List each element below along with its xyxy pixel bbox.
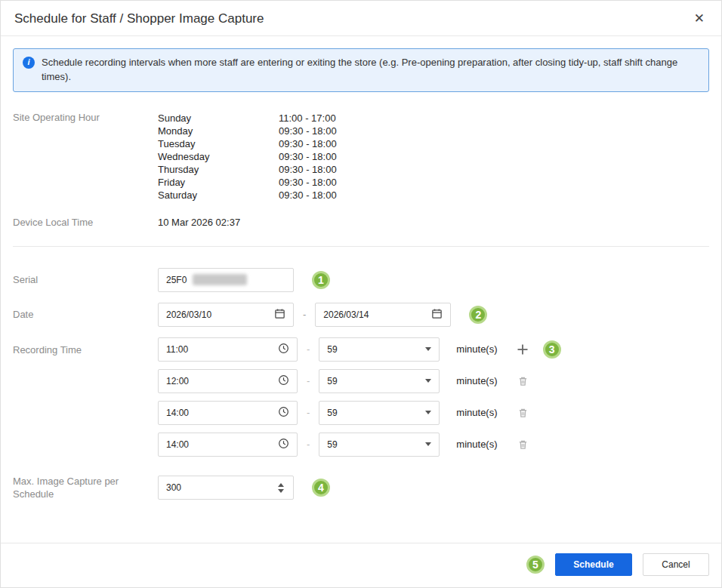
schedule-dialog: Schedule for Staff / Shopper Image Captu… (0, 0, 722, 588)
recording-start-value: 11:00 (166, 344, 188, 355)
recording-time-list: 11:00 - 59 minute(s) (158, 337, 561, 457)
chevron-down-icon (425, 347, 431, 351)
recording-start-input[interactable]: 11:00 (158, 337, 298, 362)
minutes-unit-label: minute(s) (456, 439, 497, 450)
stepper-down-icon[interactable] (278, 489, 284, 493)
minutes-unit-label: minute(s) (456, 343, 497, 355)
date-row: Date 2026/03/10 - 2026/03/14 (13, 303, 709, 327)
operating-hours-label: Site Operating Hour (13, 112, 158, 123)
duration-select[interactable]: 59 (319, 337, 440, 362)
max-capture-value: 300 (166, 482, 181, 493)
recording-separator: - (307, 439, 310, 450)
clock-icon[interactable] (278, 374, 289, 388)
date-end-input[interactable]: 2026/03/14 (315, 303, 451, 327)
operating-hours-list: Sunday 11:00 - 17:00 Monday 09:30 - 18:0… (158, 112, 337, 202)
delete-recording-button[interactable] (517, 439, 529, 451)
day-label: Sunday (158, 112, 279, 125)
chevron-down-icon (425, 411, 431, 414)
recording-time-entry: 12:00 - 59 minute(s) (158, 369, 561, 393)
delete-recording-button[interactable] (517, 407, 529, 419)
dialog-footer: 5 Schedule Cancel (1, 543, 721, 587)
duration-value: 59 (327, 439, 337, 450)
device-local-time-label: Device Local Time (13, 217, 158, 228)
duration-value: 59 (327, 408, 337, 418)
info-icon: i (23, 57, 35, 69)
operating-hours-row: Tuesday 09:30 - 18:00 (158, 137, 337, 150)
recording-time-entry: 14:00 - 59 minute(s) (158, 401, 561, 425)
step-badge-5: 5 (526, 556, 545, 574)
info-banner-text: Schedule recording intervals when more s… (42, 56, 698, 85)
duration-select[interactable]: 59 (319, 433, 440, 457)
max-capture-input[interactable]: 300 (158, 476, 294, 500)
serial-row: Serial 25F0 1 (13, 268, 709, 292)
day-hours: 09:30 - 18:00 (279, 176, 337, 189)
step-badge-2: 2 (469, 306, 487, 324)
calendar-icon[interactable] (431, 308, 443, 322)
serial-input[interactable]: 25F0 (158, 268, 294, 292)
add-recording-button[interactable] (517, 344, 528, 355)
chevron-down-icon (425, 379, 431, 383)
dialog-title: Schedule for Staff / Shopper Image Captu… (14, 11, 264, 26)
day-hours: 09:30 - 18:00 (279, 137, 337, 150)
day-label: Saturday (158, 189, 279, 202)
recording-start-input[interactable]: 14:00 (158, 401, 298, 425)
trash-icon (517, 375, 529, 387)
recording-start-input[interactable]: 14:00 (158, 433, 298, 457)
stepper-up-icon[interactable] (278, 483, 284, 487)
day-hours: 09:30 - 18:00 (279, 125, 337, 137)
device-local-time-block: Device Local Time 10 Mar 2026 02:37 (13, 217, 709, 228)
close-button[interactable]: ✕ (691, 11, 708, 26)
day-label: Wednesday (158, 150, 279, 163)
recording-start-value: 14:00 (166, 408, 189, 418)
day-label: Friday (158, 176, 279, 189)
clock-icon[interactable] (278, 438, 289, 451)
date-label: Date (13, 308, 158, 322)
trash-icon (517, 407, 529, 419)
step-badge-4: 4 (312, 479, 330, 497)
operating-hours-block: Site Operating Hour Sunday 11:00 - 17:00… (13, 112, 709, 202)
step-badge-3: 3 (543, 340, 561, 359)
recording-separator: - (307, 407, 310, 418)
site-info-section: Site Operating Hour Sunday 11:00 - 17:00… (1, 112, 721, 228)
step-badge-1: 1 (312, 271, 330, 289)
recording-start-value: 12:00 (166, 376, 189, 386)
max-capture-label: Max. Image Capture per Schedule (13, 475, 126, 501)
max-capture-row: Max. Image Capture per Schedule 300 4 (13, 475, 709, 501)
schedule-button[interactable]: Schedule (555, 553, 632, 576)
operating-hours-row: Saturday 09:30 - 18:00 (158, 189, 337, 202)
serial-value: 25F0 (166, 275, 187, 285)
duration-value: 59 (327, 376, 337, 386)
recording-separator: - (307, 343, 310, 355)
operating-hours-row: Thursday 09:30 - 18:00 (158, 163, 337, 176)
dialog-header: Schedule for Staff / Shopper Image Captu… (1, 1, 721, 36)
date-end-value: 2026/03/14 (323, 309, 369, 320)
cancel-button[interactable]: Cancel (643, 553, 709, 576)
calendar-icon[interactable] (274, 308, 285, 322)
day-hours: 09:30 - 18:00 (279, 189, 337, 202)
minutes-unit-label: minute(s) (456, 407, 497, 418)
day-label: Thursday (158, 163, 279, 176)
recording-separator: - (307, 375, 310, 386)
date-start-input[interactable]: 2026/03/10 (158, 303, 294, 327)
duration-select[interactable]: 59 (319, 369, 440, 393)
recording-start-value: 14:00 (166, 439, 189, 450)
duration-value: 59 (327, 344, 337, 355)
day-label: Tuesday (158, 137, 279, 150)
recording-start-input[interactable]: 12:00 (158, 369, 298, 393)
recording-time-row: Recording Time 11:00 - 59 (13, 337, 709, 457)
info-banner: i Schedule recording intervals when more… (13, 48, 709, 92)
minutes-unit-label: minute(s) (456, 375, 497, 386)
recording-time-label: Recording Time (13, 337, 158, 357)
clock-icon[interactable] (278, 406, 289, 420)
serial-redaction (193, 274, 247, 285)
section-divider (13, 246, 709, 247)
clock-icon[interactable] (278, 343, 289, 356)
operating-hours-row: Monday 09:30 - 18:00 (158, 125, 337, 137)
operating-hours-row: Wednesday 09:30 - 18:00 (158, 150, 337, 163)
number-stepper[interactable] (276, 482, 285, 494)
operating-hours-row: Sunday 11:00 - 17:00 (158, 112, 337, 125)
recording-time-entry: 11:00 - 59 minute(s) (158, 337, 561, 362)
delete-recording-button[interactable] (517, 375, 529, 387)
duration-select[interactable]: 59 (319, 401, 440, 425)
chevron-down-icon (425, 442, 431, 446)
